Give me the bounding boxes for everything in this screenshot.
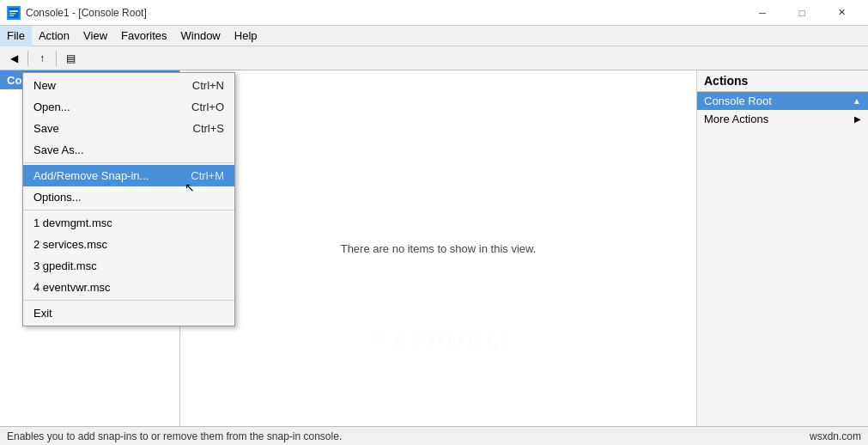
toolbar-btn-up[interactable]: ↑ — [32, 49, 52, 68]
menu-open[interactable]: Open... Ctrl+O — [23, 96, 234, 118]
menu-options-label: Options... — [33, 191, 224, 204]
status-text: Enables you to add snap-ins to or remove… — [7, 430, 342, 442]
watermark: APPUALS — [370, 306, 507, 375]
action-more-actions[interactable]: More Actions ▶ — [697, 110, 868, 128]
menu-recent-1-label: 1 devmgmt.msc — [33, 216, 224, 229]
no-items-message: There are no items to show in this view. — [341, 242, 537, 255]
menu-new[interactable]: New Ctrl+N — [23, 75, 234, 96]
menu-item-window[interactable]: Window — [174, 26, 228, 46]
maximize-button[interactable]: □ — [782, 0, 822, 26]
file-dropdown-menu: New Ctrl+N Open... Ctrl+O Save Ctrl+S Sa… — [22, 72, 235, 326]
svg-text:APPUALS: APPUALS — [392, 328, 507, 354]
title-bar-left: Console1 - [Console Root] — [7, 6, 147, 20]
menu-options[interactable]: Options... — [23, 186, 234, 208]
menu-recent-1[interactable]: 1 devmgmt.msc — [23, 212, 234, 234]
action-console-root-arrow: ▲ — [853, 96, 861, 106]
menu-recent-2-label: 2 services.msc — [33, 238, 224, 251]
toolbar-btn-back[interactable]: ◀ — [3, 49, 24, 68]
menu-exit-label: Exit — [33, 307, 224, 320]
menu-addsnapin-label: Add/Remove Snap-in... — [33, 169, 191, 182]
menu-item-favorites[interactable]: Favorites — [114, 26, 173, 46]
window-title: Console1 - [Console Root] — [26, 7, 147, 19]
menu-recent-2[interactable]: 2 services.msc — [23, 234, 234, 255]
action-more-actions-arrow: ▶ — [854, 114, 861, 124]
svg-rect-2 — [9, 13, 15, 15]
svg-rect-3 — [9, 15, 14, 16]
content-area: There are no items to show in this view.… — [180, 70, 696, 426]
menu-save[interactable]: Save Ctrl+S — [23, 118, 234, 139]
toolbar-separator-2 — [56, 51, 57, 66]
action-console-root-label: Console Root — [704, 94, 772, 107]
menu-recent-4-label: 4 eventvwr.msc — [33, 281, 224, 294]
menu-item-help[interactable]: Help — [228, 26, 264, 46]
menu-recent-4[interactable]: 4 eventvwr.msc — [23, 277, 234, 298]
menu-new-label: New — [33, 79, 192, 92]
menu-item-action[interactable]: Action — [32, 26, 76, 46]
actions-header: Actions — [697, 70, 868, 92]
separator-3 — [23, 300, 234, 301]
toolbar: ◀ ↑ ▤ — [0, 46, 868, 70]
menu-recent-3-label: 3 gpedit.msc — [33, 259, 224, 272]
menu-bar: File Action View Favorites Window Help N… — [0, 26, 868, 46]
menu-addsnapin[interactable]: Add/Remove Snap-in... Ctrl+M — [23, 165, 234, 186]
right-panel: Actions Console Root ▲ More Actions ▶ — [696, 70, 868, 426]
status-site: wsxdn.com — [810, 430, 861, 442]
separator-2 — [23, 210, 234, 210]
menu-save-label: Save — [33, 122, 193, 135]
window-controls: ─ □ ✕ — [743, 0, 861, 26]
menu-recent-3[interactable]: 3 gpedit.msc — [23, 255, 234, 277]
action-console-root[interactable]: Console Root ▲ — [697, 92, 868, 110]
menu-open-label: Open... — [33, 101, 191, 113]
toolbar-btn-show-hide[interactable]: ▤ — [60, 49, 81, 68]
status-bar: Enables you to add snap-ins to or remove… — [0, 426, 868, 445]
close-button[interactable]: ✕ — [822, 0, 861, 26]
menu-new-shortcut: Ctrl+N — [192, 79, 224, 92]
svg-line-8 — [378, 327, 379, 330]
svg-point-7 — [379, 332, 381, 334]
svg-rect-1 — [9, 10, 18, 12]
menu-item-view[interactable]: View — [76, 26, 114, 46]
menu-saveas-label: Save As... — [33, 143, 224, 156]
separator-1 — [23, 162, 234, 163]
app-icon — [7, 6, 21, 20]
menu-open-shortcut: Ctrl+O — [191, 101, 224, 113]
menu-save-shortcut: Ctrl+S — [193, 122, 224, 135]
title-bar: Console1 - [Console Root] ─ □ ✕ — [0, 0, 868, 26]
action-more-actions-label: More Actions — [704, 113, 768, 125]
menu-addsnapin-shortcut: Ctrl+M — [191, 169, 224, 182]
minimize-button[interactable]: ─ — [743, 0, 782, 26]
menu-saveas[interactable]: Save As... — [23, 139, 234, 161]
menu-exit[interactable]: Exit — [23, 302, 234, 324]
toolbar-separator-1 — [27, 51, 28, 66]
menu-item-file[interactable]: File — [0, 26, 32, 46]
